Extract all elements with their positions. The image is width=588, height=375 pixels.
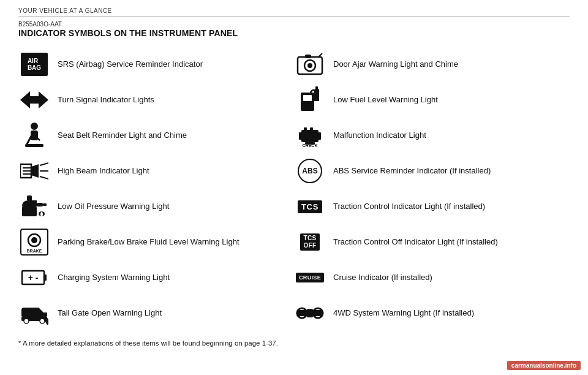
footer-text: * A more detailed explanations of these …	[18, 339, 278, 347]
list-item: + - Charging System Warning Light	[18, 260, 294, 295]
charging-label: Charging System Warning Light	[58, 272, 170, 283]
top-header: YOUR VEHICLE AT A GLANCE	[18, 7, 570, 17]
svg-point-50	[300, 311, 304, 315]
tailgate-icon	[18, 300, 50, 327]
left-column: AIRBAG SRS (Airbag) Service Reminder Ind…	[18, 47, 294, 331]
check-icon: CHECK	[294, 122, 326, 149]
list-item: High Beam Indicator Light	[18, 153, 294, 189]
oil-pressure-icon	[18, 193, 50, 220]
svg-rect-42	[299, 132, 303, 140]
list-item: BRAKE Parking Brake/Low Brake Fluid Leve…	[18, 224, 294, 260]
svg-rect-17	[37, 203, 43, 206]
svg-marker-1	[30, 91, 48, 108]
list-item: Door Ajar Warning Light and Chime	[294, 47, 570, 82]
seatbelt-label: Seat Belt Reminder Light and Chime	[58, 130, 187, 141]
svg-rect-16	[22, 206, 37, 216]
svg-rect-6	[25, 144, 43, 147]
section-title: INDICATOR SYMBOLS ON THE INSTRUMENT PANE…	[18, 28, 570, 38]
fuel-label: Low Fuel Level Warning Light	[333, 94, 438, 105]
svg-line-13	[40, 163, 48, 165]
svg-rect-41	[301, 130, 318, 142]
list-item: TCSOFF Traction Control Off Indicator Li…	[294, 224, 570, 260]
tcs-off-label: Traction Control Off Indicator Light (If…	[333, 237, 498, 248]
abs-label: ABS Service Reminder Indicator (If insta…	[333, 165, 491, 176]
svg-rect-39	[314, 99, 319, 101]
right-column: Door Ajar Warning Light and Chime Low F	[294, 47, 570, 331]
list-item: Seat Belt Reminder Light and Chime	[18, 118, 294, 153]
check-label: Malfunction Indicator Light	[333, 130, 426, 141]
4wd-label: 4WD System Warning Light (If installed)	[333, 308, 474, 319]
svg-text:BRAKE: BRAKE	[27, 249, 42, 253]
4wd-icon	[294, 300, 326, 327]
tcs-off-icon: TCSOFF	[294, 229, 326, 256]
watermark: carmanualsonline.info	[507, 361, 581, 370]
svg-rect-38	[314, 89, 319, 100]
list-item: ABS ABS Service Reminder Indicator (If i…	[294, 153, 570, 189]
svg-rect-18	[43, 203, 47, 206]
svg-line-15	[40, 176, 48, 179]
list-item: 4WD System Warning Light (If installed)	[294, 295, 570, 331]
charging-icon: + -	[18, 264, 50, 291]
svg-rect-34	[305, 55, 311, 58]
indicators-grid: AIRBAG SRS (Airbag) Service Reminder Ind…	[18, 47, 570, 331]
turn-signal-label: Turn Signal Indicator Lights	[58, 94, 154, 105]
header-top-text: YOUR VEHICLE AT A GLANCE	[18, 7, 112, 14]
list-item: Turn Signal Indicator Lights	[18, 82, 294, 118]
list-item: Low Oil Pressure Warning Light	[18, 189, 294, 224]
list-item: AIRBAG SRS (Airbag) Service Reminder Ind…	[18, 47, 294, 82]
turn-signal-icon	[18, 86, 50, 113]
cruise-label: Cruise Indicator (If installed)	[333, 272, 432, 283]
svg-rect-25	[44, 275, 47, 281]
svg-marker-12	[31, 164, 39, 178]
footer-note: * A more detailed explanations of these …	[18, 337, 570, 347]
svg-rect-43	[317, 132, 321, 140]
svg-point-52	[316, 311, 320, 315]
tcs-icon: TCS	[294, 193, 326, 220]
seatbelt-icon	[18, 122, 50, 149]
doc-code: B255A03O-AAT	[18, 21, 570, 28]
list-item: Low Fuel Level Warning Light	[294, 82, 570, 118]
cruise-icon: CRUISE	[294, 264, 326, 291]
oil-label: Low Oil Pressure Warning Light	[58, 201, 169, 212]
doc-code-text: B255A03O-AAT	[18, 21, 62, 28]
door-ajar-icon	[294, 51, 326, 78]
svg-rect-53	[307, 309, 313, 317]
svg-point-2	[31, 123, 38, 130]
list-item: CHECK Malfunction Indicator Light	[294, 118, 570, 153]
svg-text:CHECK: CHECK	[303, 143, 318, 148]
door-ajar-label: Door Ajar Warning Light and Chime	[333, 59, 458, 70]
page-wrapper: YOUR VEHICLE AT A GLANCE B255A03O-AAT IN…	[0, 0, 588, 375]
list-item: TCS Traction Control Indicator Light (If…	[294, 189, 570, 224]
svg-rect-44	[304, 127, 307, 131]
svg-point-33	[307, 63, 312, 68]
svg-rect-37	[303, 95, 312, 101]
highbeam-label: High Beam Indicator Light	[58, 165, 149, 176]
tailgate-label: Tail Gate Open Warning Light	[58, 308, 162, 319]
highbeam-icon	[18, 157, 50, 184]
svg-rect-45	[310, 127, 313, 131]
abs-icon: ABS	[294, 157, 326, 184]
tcs-label: Traction Control Indicator Light (If ins…	[333, 201, 485, 212]
section-title-text: INDICATOR SYMBOLS ON THE INSTRUMENT PANE…	[18, 28, 238, 38]
svg-text:+  -: + -	[28, 273, 39, 282]
svg-point-28	[24, 319, 29, 324]
svg-rect-40	[315, 86, 318, 90]
list-item: Tail Gate Open Warning Light	[18, 295, 294, 331]
list-item: CRUISE Cruise Indicator (If installed)	[294, 260, 570, 295]
fuel-icon	[294, 86, 326, 113]
brake-label: Parking Brake/Low Brake Fluid Level Warn…	[58, 237, 239, 248]
airbag-icon: AIRBAG	[18, 51, 50, 78]
brake-icon: BRAKE	[18, 229, 50, 256]
svg-point-22	[31, 237, 37, 243]
airbag-label: SRS (Airbag) Service Reminder Indicator	[58, 59, 203, 70]
